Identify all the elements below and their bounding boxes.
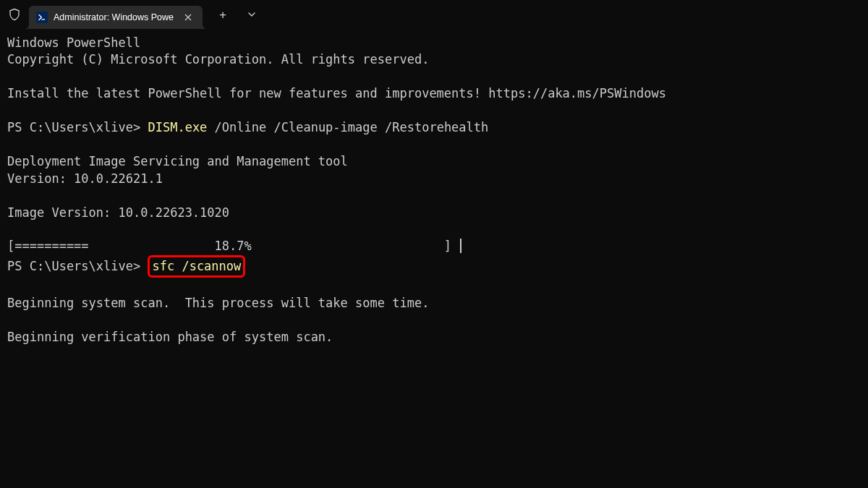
tab-dropdown-button[interactable] [237,0,266,29]
terminal-line: Install the latest PowerShell for new fe… [7,85,861,102]
terminal-line [7,137,861,153]
prompt-text: PS C:\Users\xlive> [7,259,148,273]
terminal-line: Beginning verification phase of system s… [7,329,861,346]
terminal-line: Windows PowerShell [7,35,861,51]
plus-icon: + [219,8,226,22]
terminal-prompt-line: PS C:\Users\xlive> DISM.exe /Online /Cle… [7,119,861,136]
terminal-line [7,69,861,85]
terminal-line: Image Version: 10.0.22623.1020 [7,205,861,221]
cursor [460,239,461,253]
tab-title: Administrator: Windows Powe [54,12,175,22]
new-tab-button[interactable]: + [208,0,237,29]
terminal-line [7,312,861,328]
powershell-icon [36,12,48,23]
terminal-line: Version: 10.0.22621.1 [7,171,861,187]
terminal-line: Deployment Image Servicing and Managemen… [7,153,861,170]
terminal-line: Copyright (C) Microsoft Corporation. All… [7,51,861,68]
highlighted-command: sfc /scannow [148,255,245,278]
prompt-text: PS C:\Users\xlive> [7,120,148,134]
terminal-output[interactable]: Windows PowerShellCopyright (C) Microsof… [0,29,868,351]
terminal-prompt-line: PS C:\Users\xlive> sfc /scannow [7,255,861,278]
terminal-line [7,187,861,204]
progress-line: [========== 18.7% ] [7,238,861,254]
terminal-line: Beginning system scan. This process will… [7,295,861,312]
chevron-down-icon [247,10,256,19]
command-args: /Online /Cleanup-image /Restorehealth [207,120,488,134]
titlebar: Administrator: Windows Powe + [0,0,868,29]
tab-close-button[interactable] [181,10,195,25]
command-text: sfc /scannow [152,259,241,273]
terminal-line [7,278,861,294]
terminal-line [7,221,861,238]
command-text: DISM.exe [148,120,207,134]
terminal-line [7,103,861,119]
active-tab[interactable]: Administrator: Windows Powe [29,6,203,29]
